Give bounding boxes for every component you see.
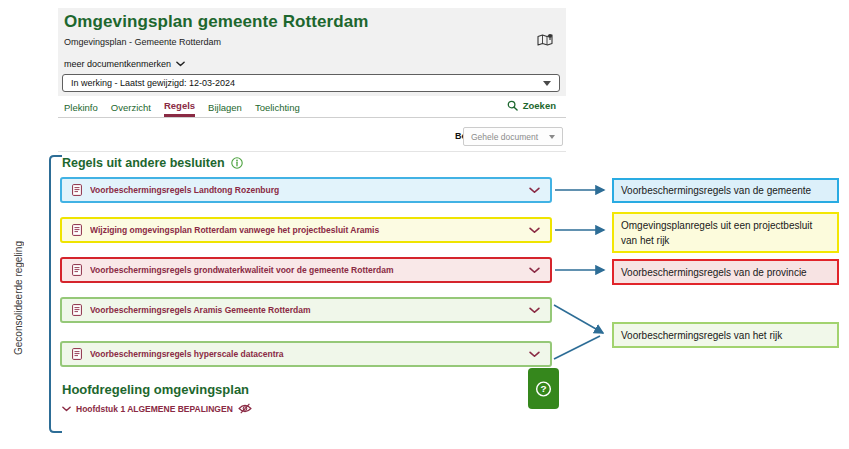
more-document-properties-link[interactable]: meer documentkenmerken (64, 59, 185, 69)
document-icon (72, 304, 82, 316)
accordion-grondwaterkwaliteit[interactable]: Voorbeschermingsregels grondwaterkwalite… (60, 257, 552, 283)
eye-off-icon (238, 403, 252, 414)
other-decisions-heading: Regels uit andere besluiten (62, 156, 243, 170)
chevron-down-icon (529, 227, 540, 234)
map-marker-icon[interactable] (536, 33, 554, 49)
view-toolbar: Bekijk: Gehele document (58, 122, 566, 152)
search-icon (507, 100, 518, 111)
document-subtitle: Omgevingsplan - Gemeente Rotterdam (64, 37, 221, 47)
other-decisions-heading-label: Regels uit andere besluiten (62, 156, 225, 170)
accordion-label: Voorbeschermingsregels grondwaterkwalite… (90, 265, 521, 275)
search-button[interactable]: Zoeken (501, 99, 562, 112)
tab-bijlagen[interactable]: Bijlagen (208, 96, 242, 117)
chevron-down-icon (529, 307, 540, 314)
main-regulation-heading: Hoofdregeling omgevingsplan (62, 382, 249, 397)
legend-projectbesluit-rijk: Omgevingsplanregels uit een projectbeslu… (612, 212, 839, 253)
tab-overzicht[interactable]: Overzicht (111, 96, 151, 117)
accordion-landtong-rozenburg[interactable]: Voorbeschermingsregels Landtong Rozenbur… (60, 177, 552, 203)
legend-provincie: Voorbeschermingsregels van de provincie (612, 259, 839, 285)
page: Omgevingsplan gemeente Rotterdam Omgevin… (0, 0, 849, 449)
chevron-down-icon (529, 351, 540, 358)
document-icon (72, 184, 82, 196)
tab-bar: Plekinfo Overzicht Regels Bijlagen Toeli… (58, 96, 566, 118)
tab-plekinfo[interactable]: Plekinfo (64, 96, 98, 117)
legend-gemeente: Voorbeschermingsregels van de gemeente (612, 178, 839, 203)
info-icon[interactable] (231, 157, 243, 169)
status-select-value: In werking - Laatst gewijzigd: 12-03-202… (71, 78, 235, 88)
caret-down-icon (543, 81, 551, 86)
chevron-down-icon (62, 406, 71, 412)
chevron-down-icon (529, 267, 540, 274)
chapter-1-toggle[interactable]: Hoofdstuk 1 ALGEMENE BEPALINGEN (62, 403, 252, 414)
tab-list: Plekinfo Overzicht Regels Bijlagen Toeli… (58, 96, 566, 117)
legend-label: Voorbeschermingsregels van de provincie (621, 265, 807, 280)
legend-label: Omgevingsplanregels uit een projectbeslu… (621, 218, 830, 248)
tab-toelichting[interactable]: Toelichting (255, 96, 300, 117)
accordion-label: Voorbeschermingsregels hyperscale datace… (90, 349, 521, 359)
help-button[interactable]: ? (528, 368, 559, 409)
chevron-down-icon (176, 61, 185, 67)
accordion-hyperscale-datacentra[interactable]: Voorbeschermingsregels hyperscale datace… (60, 341, 552, 367)
accordion-projectbesluit-aramis[interactable]: Wijziging omgevingsplan Rotterdam vanweg… (60, 217, 552, 243)
legend-label: Voorbeschermingsregels van het rijk (621, 328, 782, 343)
more-link-label: meer documentkenmerken (64, 59, 171, 69)
consolidated-regulation-label: Geconsolideerde regeling (13, 228, 24, 368)
document-icon (72, 348, 82, 360)
page-title: Omgevingsplan gemeente Rotterdam (64, 12, 369, 32)
legend-rijk: Voorbeschermingsregels van het rijk (612, 322, 839, 348)
view-scope-value: Gehele document (471, 132, 538, 142)
question-circle-icon: ? (534, 379, 553, 399)
document-icon (72, 224, 82, 236)
accordion-label: Wijziging omgevingsplan Rotterdam vanweg… (90, 225, 521, 235)
document-icon (72, 264, 82, 276)
caret-down-icon (549, 135, 555, 139)
document-header: Omgevingsplan gemeente Rotterdam Omgevin… (58, 8, 566, 96)
chevron-down-icon (529, 187, 540, 194)
chapter-label: Hoofdstuk 1 ALGEMENE BEPALINGEN (76, 404, 233, 414)
svg-text:?: ? (540, 383, 546, 394)
legend-label: Voorbeschermingsregels van de gemeente (621, 183, 811, 198)
tab-regels[interactable]: Regels (164, 96, 195, 117)
document-status-select[interactable]: In werking - Laatst gewijzigd: 12-03-202… (62, 74, 560, 92)
view-scope-select[interactable]: Gehele document (463, 127, 563, 146)
search-button-label: Zoeken (523, 100, 556, 111)
accordion-label: Voorbeschermingsregels Landtong Rozenbur… (90, 185, 521, 195)
accordion-label: Voorbeschermingsregels Aramis Gemeente R… (90, 305, 521, 315)
accordion-aramis-gemeente[interactable]: Voorbeschermingsregels Aramis Gemeente R… (60, 297, 552, 323)
